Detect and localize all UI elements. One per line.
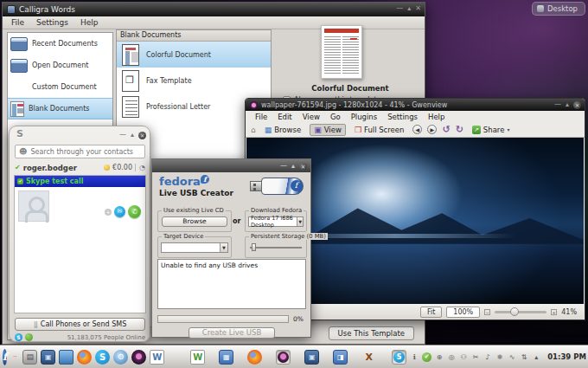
call-icon[interactable]: ✆ xyxy=(128,205,141,218)
close-icon[interactable]: ✕ xyxy=(299,163,307,171)
account-row[interactable]: ✔ roger.bodger €0.00 ◔ xyxy=(15,162,145,173)
gwenview-task-button[interactable] xyxy=(276,350,291,365)
browse-icon: ▦ xyxy=(265,126,272,134)
menu-help[interactable]: Help xyxy=(424,113,449,121)
template-label: Fax Template xyxy=(146,77,192,85)
gwenview-launcher[interactable] xyxy=(131,350,146,365)
browse-button[interactable]: ▦ Browse xyxy=(261,125,304,135)
maximize-icon[interactable]: ▴ xyxy=(407,3,411,14)
words-launcher[interactable]: W xyxy=(150,350,164,365)
download-selected-value: Fedora 17 i686 Desktop xyxy=(251,215,297,229)
liveusb-titlebar[interactable]: — ▴ ✕ xyxy=(152,159,310,172)
browse-button[interactable]: Browse xyxy=(162,216,227,227)
previous-image-icon[interactable]: ◀ xyxy=(412,125,422,134)
panel-dots-icon[interactable]: ·· xyxy=(10,350,19,365)
chat-icon[interactable]: ✉ xyxy=(114,206,125,217)
zoom-slider[interactable] xyxy=(495,311,546,313)
network-icon[interactable]: ⇅ xyxy=(520,353,528,361)
call-phones-button[interactable]: ⣿ Call Phones or Send SMS xyxy=(15,318,145,331)
display-task-button[interactable]: ▣ xyxy=(304,350,319,365)
create-live-usb-button[interactable]: Create Live USB xyxy=(189,327,275,339)
gwenview-titlebar[interactable]: wallpaper-761594.jpg - 1280x1024 - 41% -… xyxy=(246,99,585,111)
zoom-slider-knob[interactable] xyxy=(510,307,519,316)
menu-help[interactable]: Help xyxy=(75,17,104,28)
download-select[interactable]: Fedora 17 i686 Desktop ▼ xyxy=(248,216,304,227)
maximize-icon[interactable]: ▴ xyxy=(291,161,295,171)
next-image-icon[interactable]: ▶ xyxy=(427,125,437,134)
network-globe-icon[interactable]: ⊕ xyxy=(435,353,444,361)
menu-edit[interactable]: Edit xyxy=(273,113,296,121)
klipper-icon[interactable]: ✂ xyxy=(471,353,480,361)
thumbnail-text-column xyxy=(324,36,341,74)
sidebar-item-custom-document[interactable]: Custom Document xyxy=(8,76,112,98)
minimize-icon[interactable]: — xyxy=(119,130,126,140)
maximize-icon[interactable]: ▴ xyxy=(131,130,134,140)
minimize-icon[interactable]: — xyxy=(554,100,561,110)
zoom-out-icon[interactable]: − xyxy=(484,309,490,315)
add-contact-icon[interactable]: + xyxy=(105,209,112,216)
file-drawer-launcher[interactable]: ▤ xyxy=(22,350,37,365)
menu-go[interactable]: Go xyxy=(326,113,345,121)
menu-settings[interactable]: Settings xyxy=(31,17,74,28)
desktop-display-launcher[interactable]: ▣ xyxy=(41,350,55,365)
fedora-menu-button[interactable]: f xyxy=(3,349,7,365)
taskbar-clock[interactable]: 01:39 PM xyxy=(547,352,586,361)
liveusb-task-button[interactable]: ▦ xyxy=(219,350,233,365)
menu-file[interactable]: File xyxy=(251,113,272,121)
contact-search-box[interactable]: ☻ xyxy=(15,145,145,158)
view-button[interactable]: ▣ View xyxy=(310,124,346,136)
share-button[interactable]: ↗ Share ▾ xyxy=(469,125,514,135)
zoom-fit-button[interactable]: Fit xyxy=(420,307,442,318)
close-icon[interactable]: ✕ xyxy=(415,3,421,14)
folder-launcher[interactable] xyxy=(59,350,74,365)
bluetooth-icon[interactable]: ❄ xyxy=(495,353,504,361)
minimize-icon[interactable]: — xyxy=(280,161,287,171)
menu-view[interactable]: View xyxy=(298,113,324,121)
menu-settings[interactable]: Settings xyxy=(383,113,422,121)
storage-slider[interactable] xyxy=(250,247,302,249)
calligra-titlebar[interactable]: Calligra Words — ▴ ✕ xyxy=(3,3,425,16)
menu-file[interactable]: File xyxy=(6,17,29,28)
firefox-task-button[interactable] xyxy=(247,350,262,365)
use-this-template-button[interactable]: Use This Template xyxy=(329,326,414,340)
wifi-icon[interactable]: ∿ xyxy=(508,353,516,361)
template-item-fax-template[interactable]: Fax Template xyxy=(117,68,271,94)
volume-icon[interactable]: ♪ xyxy=(483,353,492,361)
system-task-button[interactable]: ◨ xyxy=(333,350,348,365)
sidebar-item-open-document[interactable]: Open Document xyxy=(8,55,112,76)
updates-icon[interactable]: ✔ xyxy=(422,352,431,362)
zoom-in-icon[interactable]: + xyxy=(551,309,557,315)
home-icon[interactable]: ⌂ xyxy=(251,126,256,134)
sidebar-item-recent-documents[interactable]: Recent Documents xyxy=(8,33,112,55)
close-icon[interactable]: ✕ xyxy=(138,132,146,139)
skype-titlebar[interactable]: S — ▴ ✕ xyxy=(10,126,150,141)
tray-expand-icon[interactable]: ▴ xyxy=(532,353,540,361)
search-input[interactable] xyxy=(30,148,134,156)
history-clock-icon[interactable]: ◔ xyxy=(135,164,145,171)
target-device-select[interactable]: ▼ xyxy=(161,242,228,253)
sidebar-item-blank-documents[interactable]: Blank Documents xyxy=(8,98,112,119)
skype-launcher[interactable]: S xyxy=(95,350,110,365)
rotate-left-icon[interactable]: ↺ xyxy=(442,124,450,135)
info-icon[interactable]: ℹ xyxy=(410,353,419,361)
zoom-100-button[interactable]: 100% xyxy=(446,307,480,318)
menu-plugins[interactable]: Plugins xyxy=(347,113,381,121)
log-output[interactable]: Unable to find any USB drives xyxy=(157,259,306,309)
rotate-right-icon[interactable]: ↻ xyxy=(456,124,463,135)
template-item-colorful-document[interactable]: Colorful Document xyxy=(117,42,271,68)
activities-icon[interactable]: ⚇ xyxy=(459,353,468,361)
device-notifier-icon[interactable]: ◎ xyxy=(447,353,456,361)
fullscreen-button[interactable]: ❒ Full Screen xyxy=(351,125,408,135)
storage-slider-knob[interactable] xyxy=(252,243,256,251)
fedora-logo: fedoraf xyxy=(159,175,209,188)
maximize-icon[interactable]: ▴ xyxy=(566,100,569,110)
xterm-task-button[interactable]: X xyxy=(361,350,376,365)
minimize-icon[interactable]: — xyxy=(396,3,403,14)
close-icon[interactable]: ✕ xyxy=(573,101,581,109)
desktop-toolbox[interactable]: Desktop xyxy=(532,2,585,16)
firefox-launcher[interactable] xyxy=(77,350,92,365)
konqueror-launcher[interactable]: ⚙ xyxy=(113,350,128,365)
skype-task-button[interactable]: S xyxy=(392,350,406,365)
contact-row-selected[interactable]: ✔ Skype test call xyxy=(15,176,145,187)
words-task-button[interactable]: W xyxy=(190,350,205,365)
